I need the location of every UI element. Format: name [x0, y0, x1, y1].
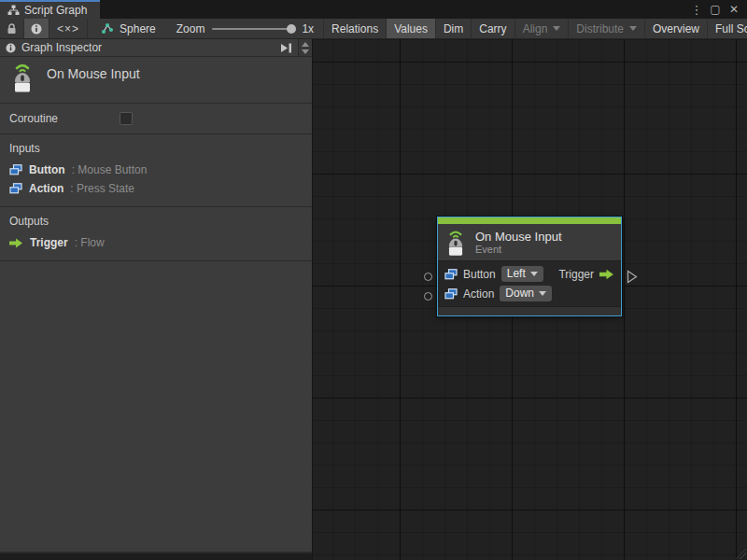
port-type: : Press State — [70, 182, 134, 195]
dim-button[interactable]: Dim — [436, 19, 472, 38]
distribute-dropdown[interactable]: Distribute — [569, 19, 645, 38]
coroutine-label: Coroutine — [9, 112, 58, 125]
mouse-input-icon — [11, 62, 34, 93]
input-port-circle-action[interactable] — [424, 292, 432, 301]
graph-canvas[interactable]: On Mouse Input Event Button — [313, 39, 747, 560]
fullscreen-button[interactable]: Full Screen — [708, 19, 747, 38]
zoom-label: Zoom — [176, 22, 205, 35]
arrow-down-icon[interactable] — [302, 49, 309, 54]
port-row-trigger: Trigger : Flow — [0, 233, 312, 252]
port-name: Action — [29, 182, 63, 195]
close-icon[interactable]: ✕ — [726, 2, 741, 17]
node-port-label: Trigger — [558, 268, 594, 281]
outputs-section-title: Outputs — [0, 207, 312, 233]
align-dropdown[interactable]: Align — [515, 19, 570, 38]
selected-unit-header: On Mouse Input — [0, 57, 312, 104]
graph-context-label: Sphere — [120, 22, 156, 35]
graph-context-breadcrumb[interactable]: Sphere — [88, 19, 167, 38]
code-icon: <×> — [57, 22, 79, 35]
unit-title: On Mouse Input — [47, 66, 140, 81]
dock-right-icon — [280, 43, 292, 53]
maximize-icon[interactable]: ▢ — [708, 2, 723, 17]
port-type: : Flow — [75, 236, 105, 249]
trigger-output-port[interactable]: Trigger — [558, 268, 614, 281]
zoom-value: 1x — [302, 22, 314, 35]
outputs-section: Outputs Trigger : Flow — [0, 207, 312, 261]
window-menu-icon[interactable]: ⋮ — [689, 2, 704, 17]
zoom-slider-handle[interactable] — [287, 24, 296, 34]
inspector-toggle-button[interactable] — [24, 19, 49, 38]
code-view-button[interactable]: <×> — [49, 19, 88, 38]
main-area: Graph Inspector — [0, 39, 747, 560]
window-controls: ⋮ ▢ ✕ — [689, 0, 747, 19]
tab-label: Script Graph — [24, 4, 87, 17]
chevron-down-icon — [539, 291, 546, 296]
coroutine-setting-row: Coroutine — [0, 104, 312, 134]
node-port-label: Button — [463, 268, 496, 281]
left-panel-column: Graph Inspector — [0, 39, 313, 560]
graph-hierarchy-icon — [7, 5, 20, 16]
mouse-input-icon — [445, 229, 466, 257]
node-body: Button Left Trigger — [438, 261, 621, 306]
node-row-button: Button Left Trigger — [438, 264, 621, 284]
lock-icon — [7, 23, 17, 35]
flow-arrow-icon — [599, 269, 614, 280]
input-port-circle-button[interactable] — [424, 273, 432, 281]
port-row-action: Action : Press State — [0, 179, 312, 198]
dock-panel-button[interactable] — [275, 39, 298, 56]
graph-inspector-panel: Graph Inspector — [0, 39, 312, 553]
port-node-icon — [444, 269, 458, 280]
node-header[interactable]: On Mouse Input Event — [438, 224, 621, 261]
node-event-color-bar — [438, 217, 621, 224]
panel-scroll-stepper[interactable] — [298, 39, 312, 56]
values-button[interactable]: Values — [387, 19, 436, 38]
zoom-control: Zoom 1x — [167, 19, 323, 38]
graph-network-icon — [101, 22, 114, 35]
chevron-down-icon — [530, 272, 538, 276]
flow-arrow-icon — [9, 238, 23, 248]
relations-button[interactable]: Relations — [323, 19, 387, 38]
inspector-header-controls — [275, 39, 312, 56]
inspector-empty-area — [0, 261, 312, 552]
info-icon — [31, 23, 42, 35]
overview-button[interactable]: Overview — [645, 19, 708, 38]
inspector-title: Graph Inspector — [21, 41, 102, 54]
port-node-icon — [9, 164, 22, 175]
tabbar-spacer — [100, 0, 689, 19]
port-node-icon — [9, 183, 22, 194]
tab-script-graph[interactable]: Script Graph — [0, 0, 100, 19]
node-title: On Mouse Input — [475, 230, 562, 244]
script-graph-window: Script Graph ⋮ ▢ ✕ — [0, 0, 747, 560]
graph-toolbar: <×> Sphere Zoom 1x Relations Values — [0, 19, 747, 39]
on-mouse-input-node[interactable]: On Mouse Input Event Button — [437, 217, 622, 316]
zoom-slider[interactable] — [212, 28, 294, 30]
panel-bottom-gap — [0, 553, 312, 560]
port-name: Trigger — [30, 236, 68, 249]
inputs-section: Inputs Button : Mouse Button — [0, 134, 312, 207]
toolbar-right-group: Relations Values Dim Carry Align Distrib… — [323, 19, 747, 38]
coroutine-checkbox[interactable] — [120, 112, 133, 125]
port-name: Button — [29, 163, 65, 176]
chevron-down-icon — [553, 26, 560, 31]
arrow-up-icon[interactable] — [302, 42, 309, 47]
node-subtitle: Event — [475, 244, 562, 256]
inputs-section-title: Inputs — [0, 134, 312, 161]
info-icon — [6, 43, 16, 53]
port-node-icon — [444, 288, 458, 300]
lock-button[interactable] — [0, 19, 24, 38]
tab-bar: Script Graph ⋮ ▢ ✕ — [0, 0, 747, 19]
node-footer — [438, 306, 621, 315]
button-value-dropdown[interactable]: Left — [501, 266, 543, 282]
carry-button[interactable]: Carry — [472, 19, 514, 38]
port-row-button: Button : Mouse Button — [0, 161, 312, 179]
window-resize-grip[interactable] — [735, 548, 746, 559]
chevron-down-icon — [629, 26, 637, 31]
action-value-dropdown[interactable]: Down — [500, 286, 552, 301]
output-port-triangle-trigger[interactable] — [627, 270, 638, 284]
port-type: : Mouse Button — [72, 163, 148, 176]
inspector-header: Graph Inspector — [0, 39, 312, 57]
node-row-action: Action Down — [438, 284, 621, 303]
node-port-label: Action — [463, 287, 494, 301]
